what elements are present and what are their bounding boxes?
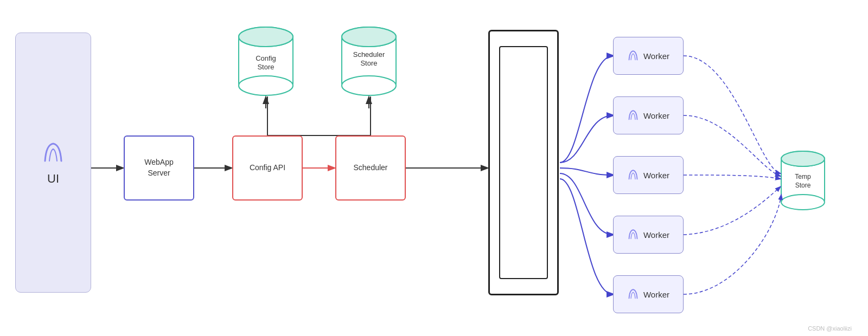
svg-text:Store: Store bbox=[360, 59, 377, 67]
worker-3-label: Worker bbox=[643, 171, 669, 180]
svg-point-1 bbox=[239, 27, 293, 47]
worker-3-box: Worker bbox=[613, 156, 684, 194]
worker-2-box: Worker bbox=[613, 96, 684, 134]
scheduler-label: Scheduler bbox=[353, 163, 387, 173]
svg-point-5 bbox=[342, 27, 396, 47]
ui-component: UI bbox=[15, 33, 91, 293]
ui-icon bbox=[40, 139, 67, 166]
svg-point-2 bbox=[239, 76, 293, 95]
svg-point-11 bbox=[781, 151, 825, 166]
worker-4-icon bbox=[627, 229, 639, 241]
config-api-label: Config API bbox=[250, 163, 285, 173]
scheduler-box: Scheduler bbox=[335, 135, 406, 201]
worker-5-label: Worker bbox=[643, 290, 669, 299]
temporal-service-box bbox=[488, 30, 559, 295]
worker-3-icon bbox=[627, 169, 639, 181]
worker-2-label: Worker bbox=[643, 111, 669, 120]
svg-point-3 bbox=[239, 27, 293, 47]
svg-point-9 bbox=[781, 151, 825, 166]
worker-5-box: Worker bbox=[613, 275, 684, 313]
svg-point-7 bbox=[342, 27, 396, 47]
worker-4-label: Worker bbox=[643, 230, 669, 240]
svg-text:Store: Store bbox=[257, 63, 274, 71]
webapp-label: WebAppServer bbox=[144, 157, 173, 178]
svg-text:CSDN @xiaoliizi: CSDN @xiaoliizi bbox=[808, 325, 852, 332]
worker-2-icon bbox=[627, 109, 639, 121]
webapp-server-box: WebAppServer bbox=[124, 135, 194, 201]
svg-text:Temp: Temp bbox=[795, 173, 811, 180]
temporal-inner-box bbox=[499, 46, 548, 279]
svg-rect-4 bbox=[342, 37, 396, 86]
worker-4-box: Worker bbox=[613, 216, 684, 254]
worker-1-box: Worker bbox=[613, 37, 684, 75]
architecture-diagram: Config Store Scheduler Store Temp Store … bbox=[0, 0, 868, 336]
worker-1-icon bbox=[627, 50, 639, 62]
svg-point-6 bbox=[342, 76, 396, 95]
svg-text:Scheduler: Scheduler bbox=[353, 50, 385, 59]
svg-rect-8 bbox=[781, 159, 825, 202]
svg-text:Store: Store bbox=[795, 182, 811, 189]
svg-point-10 bbox=[781, 195, 825, 210]
svg-rect-0 bbox=[239, 37, 293, 86]
config-api-box: Config API bbox=[232, 135, 303, 201]
ui-label: UI bbox=[47, 172, 59, 186]
svg-text:Config: Config bbox=[256, 54, 276, 62]
worker-1-label: Worker bbox=[643, 51, 669, 61]
worker-5-icon bbox=[627, 288, 639, 300]
